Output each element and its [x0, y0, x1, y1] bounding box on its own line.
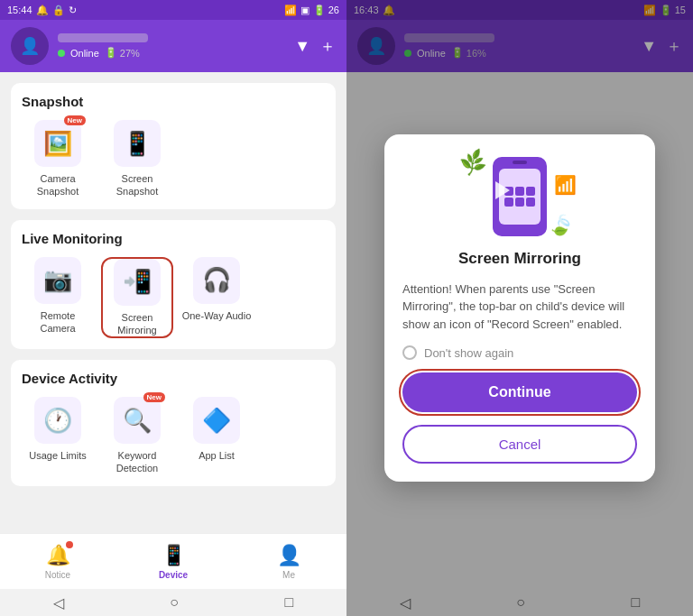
battery-left: 🔋 26 — [313, 5, 339, 16]
keyword-detection-label: Keyword Detection — [101, 449, 173, 475]
signal-icon: ▣ — [300, 5, 310, 16]
device-activity-section: Device Activity 🕐 Usage Limits 🔍 New Key… — [11, 360, 336, 486]
lock-icon: 🔒 — [52, 5, 65, 16]
screen-snapshot-icon: 📱 — [123, 130, 152, 158]
notice-label: Notice — [45, 570, 70, 580]
usage-limits-item[interactable]: 🕐 Usage Limits — [22, 397, 94, 475]
phone-notch — [513, 161, 527, 164]
header-actions: ▼ ＋ — [294, 35, 336, 57]
usage-limits-label: Usage Limits — [29, 449, 87, 462]
device-icon-active: 📱 — [162, 544, 186, 567]
remote-camera-item[interactable]: 📷 Remote Camera — [22, 257, 94, 339]
battery-status: 🔋 27% — [105, 47, 140, 59]
remote-camera-icon: 📷 — [43, 266, 72, 294]
one-way-audio-icon-box: 🎧 — [193, 257, 240, 304]
notice-badge — [66, 541, 73, 548]
screen-snapshot-icon-box: 📱 — [114, 120, 161, 167]
me-icon: 👤 — [277, 544, 301, 567]
cancel-button[interactable]: Cancel — [402, 425, 637, 464]
checkbox-circle — [402, 345, 417, 360]
keyword-detection-icon-box: 🔍 New — [114, 397, 161, 444]
status-bar-left: 15:44 🔔 🔒 ↻ 📶 ▣ 🔋 26 — [0, 0, 346, 20]
me-label: Me — [282, 570, 295, 580]
right-panel: 16:43 🔔 📶 🔋 15 👤 Online 🔋 16% — [346, 0, 693, 616]
device-activity-grid: 🕐 Usage Limits 🔍 New Keyword Detection 🔷 — [22, 397, 325, 475]
grid-dot — [515, 187, 524, 196]
user-status: Online 🔋 27% — [58, 47, 285, 59]
screen-mirroring-icon: 📲 — [123, 268, 152, 296]
camera-icon: 🖼️ — [43, 130, 72, 158]
camera-snapshot-label: Camera Snapshot — [22, 172, 94, 198]
user-info: Online 🔋 27% — [58, 33, 285, 59]
wifi-icon: 📶 — [284, 5, 297, 16]
user-name-bar — [58, 33, 148, 42]
home-button-left[interactable]: ○ — [170, 594, 179, 611]
grid-dot — [515, 198, 524, 207]
dialog-illustration: 🌿 🍃 — [470, 156, 569, 237]
apps-icon: 🔷 — [202, 407, 231, 435]
nav-notice-left[interactable]: 🔔 Notice — [0, 544, 116, 580]
alarm-icon: 🔔 — [36, 5, 49, 16]
keyword-detection-item[interactable]: 🔍 New Keyword Detection — [101, 397, 173, 475]
sync-icon: ↻ — [69, 5, 77, 16]
nav-me-left[interactable]: 👤 Me — [231, 544, 346, 580]
deco-leaf-1: 🌿 — [457, 148, 488, 179]
keyword-new-badge: New — [143, 392, 165, 402]
dialog-title: Screen Mirroring — [458, 250, 581, 268]
screen-snapshot-label: Screen Snapshot — [101, 172, 173, 198]
dont-show-again-checkbox[interactable]: Don't show again — [402, 345, 513, 360]
clock-icon: 🕐 — [43, 407, 72, 435]
screen-mirroring-dialog: 🌿 🍃 — [384, 134, 655, 483]
live-monitoring-title: Live Monitoring — [22, 231, 325, 246]
screen-snapshot-item[interactable]: 📱 Screen Snapshot — [101, 120, 173, 198]
camera-snapshot-icon-box: 🖼️ New — [34, 120, 81, 167]
header-left: 👤 Online 🔋 27% ▼ ＋ — [0, 20, 346, 72]
wifi-signal-icon: 📶 — [554, 174, 577, 196]
back-button-left[interactable]: ◁ — [53, 594, 64, 611]
dialog-overlay: 🌿 🍃 — [346, 0, 693, 616]
snapshot-section: Snapshot 🖼️ New Camera Snapshot 📱 Screen… — [11, 83, 336, 209]
remote-camera-label: Remote Camera — [22, 309, 94, 336]
snapshot-title: Snapshot — [22, 94, 325, 109]
snapshot-grid: 🖼️ New Camera Snapshot 📱 Screen Snapshot — [22, 120, 325, 198]
screen-mirroring-label: Screen Mirroring — [103, 311, 171, 337]
screen-mirroring-item[interactable]: 📲 Screen Mirroring — [101, 257, 173, 339]
app-list-icon-box: 🔷 — [193, 397, 240, 444]
grid-dot — [526, 187, 535, 196]
one-way-audio-item[interactable]: 🎧 One-Way Audio — [180, 257, 253, 339]
left-panel: 15:44 🔔 🔒 ↻ 📶 ▣ 🔋 26 👤 Online 🔋 27% ▼ — [0, 0, 346, 616]
search-icon: 🔍 — [123, 407, 152, 435]
camera-snapshot-item[interactable]: 🖼️ New Camera Snapshot — [22, 120, 94, 198]
screen-mirroring-icon-box: 📲 — [114, 259, 161, 306]
live-monitoring-section: Live Monitoring 📷 Remote Camera 📲 Screen… — [11, 220, 336, 350]
checkbox-label: Don't show again — [424, 346, 513, 360]
time-left: 15:44 — [7, 5, 32, 15]
usage-limits-icon-box: 🕐 — [34, 397, 81, 444]
camera-new-badge: New — [64, 115, 86, 125]
nav-device-left[interactable]: 📱 Device — [116, 544, 231, 580]
app-list-item[interactable]: 🔷 App List — [180, 397, 253, 475]
continue-button[interactable]: Continue — [402, 372, 637, 412]
device-activity-title: Device Activity — [22, 371, 325, 386]
avatar: 👤 — [11, 27, 49, 65]
play-arrow-icon — [495, 181, 510, 199]
deco-leaf-2: 🍃 — [546, 210, 577, 241]
add-icon[interactable]: ＋ — [319, 35, 336, 57]
dialog-body: Attention! When parents use "Screen Mirr… — [402, 280, 637, 334]
app-list-label: App List — [199, 449, 235, 462]
one-way-audio-label: One-Way Audio — [182, 309, 252, 322]
dropdown-icon[interactable]: ▼ — [294, 37, 310, 56]
grid-dot — [526, 198, 535, 207]
remote-camera-icon-box: 📷 — [34, 257, 81, 304]
headphone-icon: 🎧 — [202, 266, 231, 294]
notice-icon: 🔔 — [46, 544, 70, 567]
main-content-left: Snapshot 🖼️ New Camera Snapshot 📱 Screen… — [0, 72, 346, 533]
system-bar-left: ◁ ○ □ — [0, 589, 346, 616]
recents-button-left[interactable]: □ — [285, 594, 294, 611]
device-label: Device — [159, 570, 188, 580]
online-indicator — [58, 50, 65, 57]
bottom-nav-left: 🔔 Notice 📱 Device 👤 Me — [0, 533, 346, 589]
live-monitoring-grid: 📷 Remote Camera 📲 Screen Mirroring 🎧 One… — [22, 257, 325, 339]
